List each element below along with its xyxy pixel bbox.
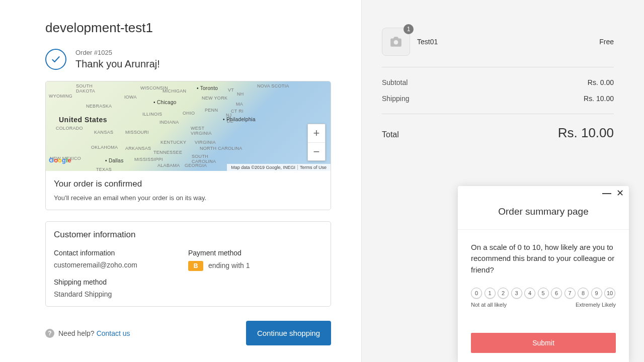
survey-widget: — ✕ Order summary page On a scale of 0 t… <box>458 186 629 363</box>
map-zoom-control: + − <box>307 124 326 161</box>
map-place-label: PENN <box>205 108 218 113</box>
product-price: Free <box>599 38 614 46</box>
map-attribution: Map data ©2019 Google, INEGITerms of Use <box>227 164 331 171</box>
continue-shopping-button[interactable]: Continue shopping <box>246 321 331 345</box>
nps-option-1[interactable]: 1 <box>485 288 496 299</box>
order-confirmation-card: United States SOUTH DAKOTAWYOMINGIOWANEB… <box>45 81 331 210</box>
map-place-label: NEW YORK <box>202 96 227 101</box>
map-place-label: VT <box>228 87 234 93</box>
help-text: ? Need help? Contact us <box>45 329 130 338</box>
map-place-label: VIRGINIA <box>195 140 216 145</box>
survey-title: Order summary page <box>458 198 629 229</box>
nps-low-label: Not at all likely <box>471 302 507 308</box>
payment-method-label: Payment method <box>188 249 323 257</box>
map-place-label: DE <box>227 119 233 124</box>
map-place-label: MA <box>236 102 243 107</box>
zoom-in-button[interactable]: + <box>308 124 325 142</box>
nps-option-5[interactable]: 5 <box>538 288 549 299</box>
shipping-method: Standard Shipping <box>54 290 188 298</box>
map-place-label: • Dallas <box>105 158 123 163</box>
subtotal-row: SubtotalRs. 0.00 <box>382 74 614 90</box>
line-item: 1 Test01 Free <box>382 28 614 56</box>
nps-option-2[interactable]: 2 <box>498 288 509 299</box>
map-place-label: WYOMING <box>49 94 72 99</box>
confirmation-title: Your order is confirmed <box>54 179 323 189</box>
close-icon[interactable]: ✕ <box>616 189 624 198</box>
quantity-badge: 1 <box>404 24 414 34</box>
map-place-label: IOWA <box>124 95 137 100</box>
map-place-label: KENTUCKY <box>160 140 186 145</box>
map-terms-link[interactable]: Terms of Use <box>297 165 329 170</box>
nps-option-0[interactable]: 0 <box>471 288 482 299</box>
contact-email: customeremail@zoho.com <box>54 261 188 269</box>
total-row: Total Rs. 10.00 <box>382 114 614 141</box>
nps-scale: 012345678910 <box>471 288 616 299</box>
nps-option-4[interactable]: 4 <box>524 288 535 299</box>
map-place-label: COLORADO <box>56 126 83 131</box>
map-place-label: SOUTH CAROLINA <box>192 154 216 164</box>
nps-option-8[interactable]: 8 <box>578 288 589 299</box>
customer-info-card: Customer information Contact information… <box>45 221 331 307</box>
customer-info-heading: Customer information <box>54 230 323 240</box>
contact-us-link[interactable]: Contact us <box>97 329 130 337</box>
nps-option-7[interactable]: 7 <box>565 288 576 299</box>
nps-high-label: Extremely Likely <box>576 302 616 308</box>
map-place-label: • Toronto <box>197 85 218 91</box>
map-place-label: ILLINOIS <box>142 112 162 117</box>
map-place-label: OKLAHOMA <box>91 145 118 150</box>
map-place-label: ARKANSAS <box>125 146 151 151</box>
map-place-label: INDIANA <box>159 120 179 125</box>
thankyou-heading: Thank you Arunraj! <box>75 58 160 70</box>
nps-option-10[interactable]: 10 <box>604 288 615 299</box>
order-summary-panel: 1 Test01 Free SubtotalRs. 0.00 ShippingR… <box>361 0 644 362</box>
order-id: Order #1025 <box>75 49 160 56</box>
map-place-label: KANSAS <box>94 130 113 135</box>
map-place-label: NJ <box>226 113 232 118</box>
nps-option-6[interactable]: 6 <box>551 288 562 299</box>
map-place-label: NEBRASKA <box>86 104 112 109</box>
map-place-label: SOUTH DAKOTA <box>76 83 95 94</box>
map-place-label: CT RI <box>231 109 244 114</box>
zoom-out-button[interactable]: − <box>308 142 325 160</box>
map-place-label: MISSOURI <box>125 130 149 135</box>
shipping-row: ShippingRs. 10.00 <box>382 90 614 107</box>
confirmation-subtext: You'll receive an email when your order … <box>54 194 323 202</box>
payment-badge-icon: B <box>188 261 203 271</box>
success-check-icon <box>45 49 66 70</box>
payment-method: Bending with 1 <box>188 261 323 271</box>
map-place-label: WEST VIRGINIA <box>191 126 212 136</box>
google-logo: Google <box>49 156 71 164</box>
map-place-label: OHIO <box>183 111 195 116</box>
camera-icon <box>389 36 403 47</box>
help-icon: ? <box>45 329 54 338</box>
map-place-label: NORTH CAROLINA <box>200 146 243 151</box>
product-thumbnail: 1 <box>382 28 410 56</box>
map-place-label: NH <box>237 92 244 97</box>
nps-option-3[interactable]: 3 <box>511 288 522 299</box>
minimize-icon[interactable]: — <box>602 189 611 198</box>
map-place-label: ALABAMA <box>157 163 180 168</box>
map-place-label: NOVA SCOTIA <box>257 83 289 88</box>
map[interactable]: United States SOUTH DAKOTAWYOMINGIOWANEB… <box>46 81 331 171</box>
map-place-label: TENNESSEE <box>153 150 182 155</box>
survey-question: On a scale of 0 to 10, how likely are yo… <box>471 242 616 276</box>
nps-option-9[interactable]: 9 <box>591 288 602 299</box>
product-name: Test01 <box>417 38 599 46</box>
map-country-label: United States <box>59 116 107 124</box>
shipping-method-label: Shipping method <box>54 278 188 286</box>
svg-point-0 <box>394 40 398 45</box>
survey-submit-button[interactable]: Submit <box>471 333 616 353</box>
checkout-left-panel: development-test1 Order #1025 Thank you … <box>0 0 361 362</box>
map-place-label: MISSISSIPPI <box>134 157 163 162</box>
map-place-label: • Chicago <box>153 100 177 105</box>
map-place-label: MICHIGAN <box>163 88 186 94</box>
contact-info-label: Contact information <box>54 249 188 257</box>
map-place-label: TEXAS <box>96 167 112 172</box>
store-name: development-test1 <box>45 20 331 36</box>
